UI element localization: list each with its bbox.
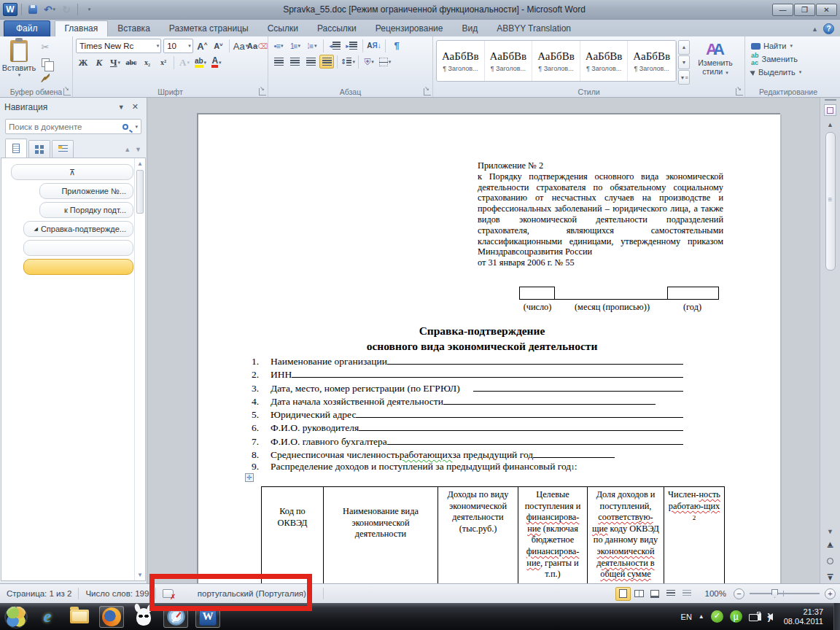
copy-button[interactable] bbox=[38, 55, 52, 69]
redo-button[interactable]: ↻ bbox=[59, 3, 74, 16]
nav-tab-headings[interactable] bbox=[5, 139, 27, 158]
nav-tab-pages[interactable] bbox=[28, 140, 50, 158]
highlight-color-button[interactable]: ab▾ bbox=[193, 55, 208, 69]
draft-view-button[interactable] bbox=[680, 587, 695, 601]
page-number-status[interactable]: Страница: 1 из 2 bbox=[0, 584, 78, 603]
style-item-4[interactable]: АаБбВв¶ Заголов... bbox=[580, 41, 629, 81]
strikethrough-button[interactable]: abc bbox=[124, 55, 139, 69]
align-right-button[interactable] bbox=[303, 55, 318, 69]
text-effects-button[interactable]: А▾ bbox=[177, 55, 192, 69]
decrease-indent-button[interactable]: ◂ bbox=[327, 39, 342, 52]
hidden-icons-arrow[interactable]: ▲ bbox=[699, 613, 704, 620]
document-scrollbar[interactable]: ▲ ▼ ▲▔ ▁▼ bbox=[820, 98, 840, 583]
previous-heading-icon[interactable]: ▲ bbox=[124, 146, 131, 153]
multilevel-list-button[interactable]: ▾ bbox=[305, 39, 319, 52]
align-center-button[interactable] bbox=[287, 55, 302, 69]
chevron-down-icon[interactable]: ▾ bbox=[135, 124, 138, 130]
nav-scrollbar[interactable]: ▲ ▼ bbox=[134, 158, 145, 580]
print-layout-view-button[interactable] bbox=[615, 587, 631, 601]
style-item-3[interactable]: АаБбВв¶ Заголов... bbox=[532, 41, 580, 81]
select-button[interactable]: Выделить▾ bbox=[748, 66, 828, 79]
document-search-box[interactable]: ▾ bbox=[5, 119, 141, 134]
scroll-up-icon[interactable]: ▲ bbox=[827, 119, 833, 131]
borders-button[interactable]: ▾ bbox=[378, 55, 392, 69]
ribbon-tab-вид[interactable]: Вид bbox=[452, 21, 487, 36]
next-heading-icon[interactable]: ▼ bbox=[135, 146, 141, 153]
volume-icon[interactable] bbox=[767, 613, 773, 621]
font-name-combo[interactable]: Times New Rc▾ bbox=[76, 39, 161, 53]
ribbon-tab-рассылки[interactable]: Рассылки bbox=[308, 21, 366, 36]
underline-button[interactable]: Ч▾ bbox=[108, 55, 122, 69]
taskbar-explorer-button[interactable] bbox=[67, 606, 92, 628]
nav-heading-item-6[interactable] bbox=[23, 259, 133, 275]
previous-page-icon[interactable]: ▲▔ bbox=[827, 540, 834, 555]
dialog-launcher-icon[interactable] bbox=[63, 88, 71, 96]
search-input[interactable] bbox=[9, 122, 122, 131]
clock[interactable]: 21:3708.04.2011 bbox=[784, 607, 823, 626]
line-spacing-button[interactable]: ⇕▾ bbox=[341, 55, 355, 69]
format-painter-button[interactable] bbox=[38, 71, 52, 85]
start-button[interactable] bbox=[4, 605, 28, 629]
styles-scroll-down-icon[interactable]: ▼ bbox=[678, 55, 690, 70]
align-left-button[interactable] bbox=[271, 55, 286, 69]
dialog-launcher-icon[interactable] bbox=[424, 88, 431, 96]
shading-button[interactable]: ⛨▾ bbox=[362, 55, 376, 69]
dialog-launcher-icon[interactable] bbox=[259, 88, 266, 96]
scroll-up-icon[interactable]: ▲ bbox=[135, 158, 145, 169]
clear-formatting-button[interactable]: Аа⌫ bbox=[250, 39, 265, 53]
nav-tab-results[interactable] bbox=[52, 140, 74, 158]
zoom-out-button[interactable]: − bbox=[734, 588, 744, 599]
minimize-ribbon-icon[interactable]: ▲ bbox=[812, 26, 818, 33]
ribbon-tab-рецензирование[interactable]: Рецензирование bbox=[366, 21, 453, 36]
web-layout-view-button[interactable] bbox=[648, 587, 663, 601]
ribbon-tab-разметка-страницы[interactable]: Разметка страницы bbox=[160, 21, 258, 36]
search-icon[interactable] bbox=[122, 124, 128, 130]
collapse-triangle-icon[interactable]: ◢ bbox=[34, 226, 37, 232]
nav-heading-item-2[interactable]: Приложение №... bbox=[39, 183, 133, 199]
find-button[interactable]: Найти▾ bbox=[748, 39, 828, 52]
zoom-in-button[interactable]: + bbox=[825, 588, 836, 599]
ribbon-tab-файл[interactable]: Файл bbox=[4, 20, 50, 36]
nav-heading-item-1[interactable]: ⊼ bbox=[11, 164, 133, 180]
close-button[interactable]: ✕ bbox=[816, 4, 837, 16]
nav-pane-close-icon[interactable]: ✕ bbox=[128, 102, 142, 112]
help-icon[interactable]: ? bbox=[823, 23, 834, 34]
styles-scroll-up-icon[interactable]: ▲ bbox=[678, 40, 690, 55]
nav-heading-item-3[interactable]: к Порядку подт... bbox=[39, 202, 133, 218]
nav-pane-menu-icon[interactable]: ▼ bbox=[114, 104, 128, 111]
increase-indent-button[interactable]: ▸ bbox=[344, 39, 359, 52]
nav-heading-item-5[interactable] bbox=[23, 240, 133, 256]
document-page[interactable]: Приложение № 2 к Порядку подтверждения о… bbox=[198, 114, 780, 583]
show-desktop-button[interactable] bbox=[833, 603, 840, 630]
sort-button[interactable]: АЯ↓ bbox=[367, 39, 381, 52]
restore-button[interactable]: ❐ bbox=[794, 4, 815, 16]
next-page-icon[interactable]: ▁▼ bbox=[827, 567, 834, 582]
bold-button[interactable]: Ж bbox=[76, 55, 90, 69]
save-button[interactable] bbox=[26, 3, 40, 16]
outline-view-button[interactable] bbox=[664, 587, 679, 601]
nav-heading-item-4[interactable]: ◢Справка-подтвержде... bbox=[23, 221, 133, 237]
italic-button[interactable]: К bbox=[92, 55, 106, 69]
styles-more-icon[interactable]: ▼≡ bbox=[678, 70, 690, 85]
scroll-down-icon[interactable]: ▼ bbox=[135, 569, 145, 580]
style-item-5[interactable]: АаБбВв¶ Заголов... bbox=[628, 41, 676, 81]
zoom-level[interactable]: 100% bbox=[705, 589, 726, 598]
ruler-toggle-button[interactable] bbox=[824, 104, 836, 116]
table-move-handle-icon[interactable]: ✛ bbox=[245, 473, 254, 482]
language-indicator[interactable]: EN bbox=[681, 612, 692, 621]
split-handle[interactable] bbox=[825, 99, 836, 102]
scroll-thumb[interactable] bbox=[825, 132, 836, 271]
change-styles-button[interactable]: АА Изменить стили ▾ bbox=[693, 39, 738, 85]
taskbar-ie-button[interactable]: e bbox=[35, 606, 60, 628]
word-count-status[interactable]: Число слов: 199 bbox=[79, 584, 155, 603]
superscript-button[interactable]: x² bbox=[156, 55, 171, 69]
show-marks-button[interactable]: ¶ bbox=[389, 39, 404, 52]
ribbon-tab-ссылки[interactable]: Ссылки bbox=[258, 21, 308, 36]
justify-button[interactable] bbox=[319, 55, 334, 69]
ribbon-tab-abbyy-translation[interactable]: ABBYY Translation bbox=[487, 21, 580, 36]
change-case-button[interactable]: Аа▾ bbox=[233, 39, 248, 53]
font-size-combo[interactable]: 10▾ bbox=[163, 39, 193, 53]
zoom-slider[interactable] bbox=[750, 593, 820, 594]
cut-button[interactable]: ✂ bbox=[38, 40, 52, 54]
taskbar-firefox-button[interactable] bbox=[99, 606, 124, 628]
